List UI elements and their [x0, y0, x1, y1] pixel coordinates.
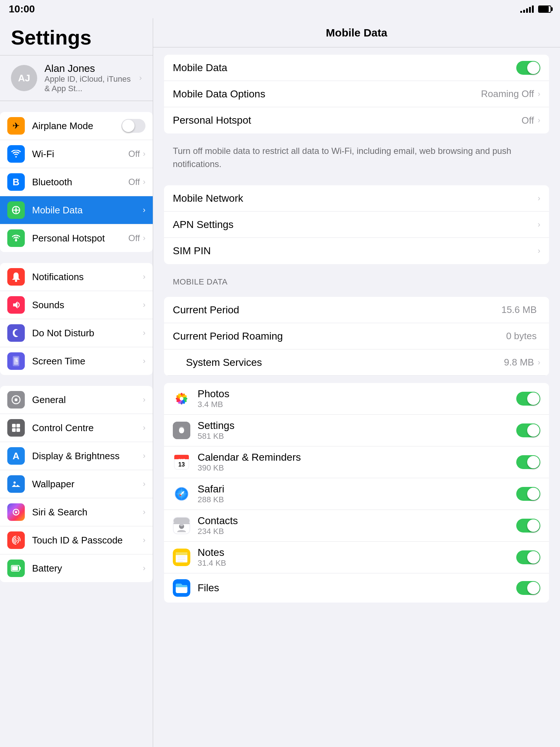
sidebar-item-bluetooth[interactable]: B Bluetooth Off › — [0, 168, 153, 196]
files-app-icon — [173, 579, 190, 597]
current-period-row: Current Period 15.6 MB — [164, 297, 549, 323]
right-panel-title: Mobile Data — [326, 27, 387, 39]
personal-hotspot-chevron-icon: › — [538, 116, 540, 125]
sounds-icon — [7, 296, 25, 314]
sidebar-item-airplane[interactable]: ✈ Airplane Mode — [0, 112, 153, 140]
sidebar-item-screentime[interactable]: Screen Time › — [0, 347, 153, 375]
left-panel: Settings AJ Alan Jones Apple ID, iCloud,… — [0, 0, 153, 747]
wifi-icon — [7, 145, 25, 163]
photos-name: Photos — [198, 388, 516, 400]
bluetooth-label: Bluetooth — [32, 177, 128, 188]
safari-app-icon — [173, 485, 190, 503]
sounds-label: Sounds — [32, 299, 143, 311]
system-services-label: System Services — [186, 357, 504, 368]
battery-icon — [538, 5, 551, 13]
sidebar-item-notifications[interactable]: Notifications › — [0, 263, 153, 291]
calendar-name: Calendar & Reminders — [198, 452, 516, 463]
settings-app-toggle[interactable] — [516, 423, 540, 437]
bluetooth-chevron-icon: › — [143, 177, 145, 187]
sidebar-item-wifi[interactable]: Wi-Fi Off › — [0, 140, 153, 168]
sidebar-item-general[interactable]: General › — [0, 386, 153, 414]
svg-rect-9 — [16, 424, 20, 427]
settings-app-icon — [173, 422, 190, 439]
svg-point-7 — [15, 398, 18, 401]
apn-settings-row[interactable]: APN Settings › — [164, 212, 549, 238]
mobile-network-row[interactable]: Mobile Network › — [164, 185, 549, 212]
connectivity-group: ✈ Airplane Mode Wi-Fi Off › B Bluetooth … — [0, 112, 153, 252]
app-files-row[interactable]: Files — [164, 573, 549, 603]
user-profile[interactable]: AJ Alan Jones Apple ID, iCloud, iTunes &… — [0, 55, 153, 101]
siri-label: Siri & Search — [32, 507, 143, 518]
system-group: Notifications › Sounds › Do Not Disturb … — [0, 263, 153, 375]
notes-toggle[interactable] — [516, 550, 540, 564]
display-chevron-icon: › — [143, 451, 145, 461]
sidebar-item-touchid[interactable]: Touch ID & Passcode › — [0, 526, 153, 554]
apps-section: Photos 3.4 MB Settings 581 KB — [164, 383, 549, 603]
siri-icon — [7, 503, 25, 521]
files-toggle[interactable] — [516, 581, 540, 595]
right-panel-header: Mobile Data — [153, 18, 560, 47]
battery-chevron-icon: › — [143, 564, 145, 573]
files-name: Files — [198, 582, 516, 594]
svg-point-31 — [180, 397, 183, 400]
airplane-label: Airplane Mode — [32, 120, 121, 132]
screentime-label: Screen Time — [32, 356, 143, 367]
contacts-toggle[interactable] — [516, 519, 540, 533]
app-notes-row[interactable]: Notes 31.4 KB — [164, 542, 549, 573]
status-time: 10:00 — [9, 3, 35, 15]
right-panel: Mobile Data Mobile Data Mobile Data Opti… — [153, 0, 560, 747]
app-calendar-row[interactable]: 13 JUNE Calendar & Reminders 390 KB — [164, 446, 549, 478]
sidebar-item-mobiledata[interactable]: Mobile Data › — [0, 196, 153, 224]
sys-services-chevron-icon: › — [538, 358, 540, 367]
general-chevron-icon: › — [143, 395, 145, 405]
controlcentre-icon — [7, 419, 25, 437]
contacts-name: Contacts — [198, 515, 516, 527]
calendar-toggle[interactable] — [516, 455, 540, 469]
svg-rect-17 — [19, 567, 21, 570]
hotspot-label: Personal Hotspot — [32, 233, 128, 244]
system-services-row[interactable]: System Services 9.8 MB › — [164, 349, 549, 376]
app-settings-row[interactable]: Settings 581 KB — [164, 415, 549, 446]
current-period-roaming-label: Current Period Roaming — [173, 330, 506, 342]
chevron-right-icon: › — [139, 73, 142, 83]
airplane-toggle[interactable] — [121, 119, 145, 133]
user-info: Alan Jones Apple ID, iCloud, iTunes & Ap… — [44, 63, 132, 93]
sidebar-item-wallpaper[interactable]: Wallpaper › — [0, 470, 153, 498]
mobile-data-options-row[interactable]: Mobile Data Options Roaming Off › — [164, 81, 549, 107]
sim-pin-chevron-icon: › — [538, 246, 540, 256]
app-contacts-row[interactable]: Contacts 234 KB — [164, 510, 549, 542]
notes-name: Notes — [198, 547, 516, 558]
app-photos-row[interactable]: Photos 3.4 MB — [164, 383, 549, 415]
photos-size: 3.4 MB — [198, 400, 516, 409]
svg-rect-10 — [12, 428, 16, 432]
sidebar-item-hotspot[interactable]: Personal Hotspot Off › — [0, 224, 153, 252]
sidebar-item-controlcentre[interactable]: Control Centre › — [0, 414, 153, 442]
settings-app-size: 581 KB — [198, 431, 516, 441]
contacts-size: 234 KB — [198, 527, 516, 536]
mobile-data-toggle[interactable] — [516, 61, 540, 75]
sidebar-item-sounds[interactable]: Sounds › — [0, 291, 153, 319]
personal-hotspot-row[interactable]: Personal Hotspot Off › — [164, 107, 549, 133]
sim-pin-row[interactable]: SIM PIN › — [164, 238, 549, 264]
safari-toggle[interactable] — [516, 487, 540, 501]
general-icon — [7, 391, 25, 409]
hotspot-chevron-icon: › — [143, 233, 145, 243]
settings-app-name: Settings — [198, 420, 516, 431]
calendar-app-icon: 13 JUNE — [173, 453, 190, 471]
photos-toggle[interactable] — [516, 392, 540, 406]
app-safari-row[interactable]: Safari 288 KB — [164, 478, 549, 510]
wallpaper-chevron-icon: › — [143, 479, 145, 489]
network-section: Mobile Network › APN Settings › SIM PIN … — [164, 185, 549, 264]
sidebar-item-display[interactable]: A Display & Brightness › — [0, 442, 153, 470]
sidebar-item-battery[interactable]: Battery › — [0, 554, 153, 582]
current-period-label: Current Period — [173, 304, 501, 316]
wifi-label: Wi-Fi — [32, 148, 128, 160]
avatar: AJ — [11, 65, 37, 91]
mobile-data-toggle-row[interactable]: Mobile Data — [164, 55, 549, 81]
status-icons — [520, 5, 551, 13]
contacts-app-icon — [173, 517, 190, 534]
sidebar-item-donotdisturb[interactable]: Do Not Disturb › — [0, 319, 153, 347]
sidebar-item-siri[interactable]: Siri & Search › — [0, 498, 153, 526]
donotdisturb-label: Do Not Disturb — [32, 328, 143, 339]
sim-pin-label: SIM PIN — [173, 245, 538, 257]
